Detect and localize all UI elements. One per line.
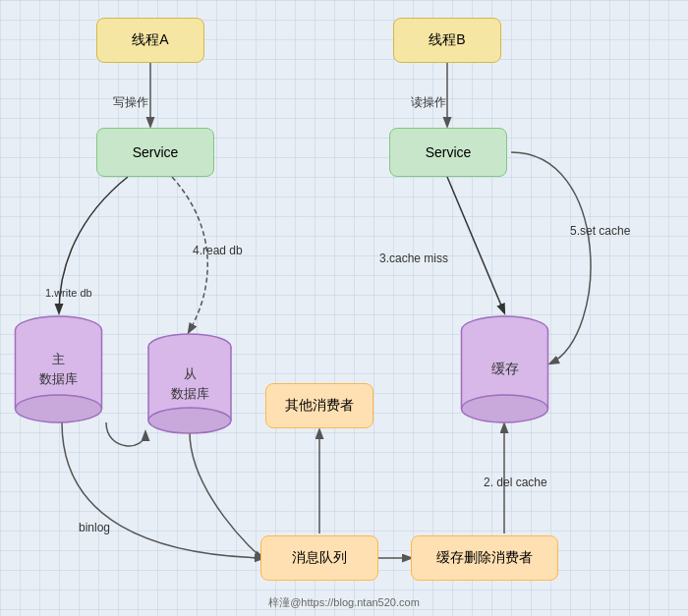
service-b-label: Service [426,144,472,160]
cache-label: 缓存 [491,360,519,379]
cache-cylinder: 缓存 [458,312,551,425]
thread-b-label: 线程B [429,31,465,49]
write-db-label: 1.write db [45,287,92,299]
slave-db-cylinder: 从数据库 [145,332,234,435]
main-db-label: 主数据库 [39,350,78,388]
read-db-label: 4.read db [193,244,243,257]
cache-miss-label: 3.cache miss [379,252,448,265]
read-op-label: 读操作 [411,94,446,111]
svg-point-15 [148,408,231,433]
service-b-node: Service [389,128,507,177]
set-cache-label: 5.set cache [570,224,630,238]
main-db-cylinder: 主数据库 [12,312,105,425]
diagram: 线程A 线程B Service Service 其他消费者 消息队列 缓存删除消… [0,0,688,616]
watermark: 梓潼@https://blog.ntan520.com [268,595,420,610]
svg-point-10 [16,395,102,422]
msg-queue-label: 消息队列 [292,549,347,567]
thread-a-node: 线程A [96,18,204,63]
cache-consumer-label: 缓存删除消费者 [436,549,533,567]
cache-consumer-node: 缓存删除消费者 [411,535,558,581]
service-a-node: Service [96,128,214,177]
svg-point-20 [462,395,548,422]
del-cache-label: 2. del cache [484,476,547,489]
write-op-label: 写操作 [113,94,148,111]
other-consumer-label: 其他消费者 [285,397,354,415]
thread-b-node: 线程B [393,18,501,63]
binlog-label: binlog [79,521,110,534]
other-consumer-node: 其他消费者 [265,383,373,428]
slave-db-label: 从数据库 [171,364,209,403]
svg-line-2 [447,177,504,312]
service-a-label: Service [133,144,179,160]
thread-a-label: 线程A [132,31,168,49]
msg-queue-node: 消息队列 [260,535,378,581]
